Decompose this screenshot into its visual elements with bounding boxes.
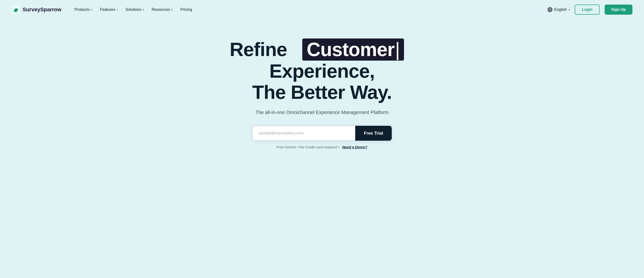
nav-pricing[interactable]: Pricing [177, 6, 196, 14]
hero-highlight-word: Customer [302, 38, 404, 60]
chevron-down-icon: ▾ [91, 8, 92, 11]
language-label: English [554, 8, 567, 12]
logo-icon [12, 5, 20, 14]
chevron-down-icon: ▾ [142, 8, 144, 11]
hero-section: Refine Customer Experience, The Better W… [0, 19, 644, 164]
chevron-down-icon: ▾ [171, 8, 173, 11]
navbar: SurveySparrow Products ▾ Features ▾ Solu… [0, 0, 644, 19]
nav-right: English ▾ Login Sign Up [547, 4, 632, 15]
signup-button[interactable]: Sign Up [604, 4, 632, 15]
login-button[interactable]: Login [575, 4, 600, 15]
email-form: Free Trial [252, 126, 392, 141]
chevron-down-icon: ▾ [568, 8, 570, 11]
nav-solutions[interactable]: Solutions ▾ [122, 6, 148, 14]
hero-subtitle: The all-in-one Omnichannel Experience Ma… [256, 110, 388, 115]
language-selector[interactable]: English ▾ [547, 7, 570, 12]
nav-links: Products ▾ Features ▾ Solutions ▾ Resour… [71, 6, 196, 14]
nav-resources[interactable]: Resources ▾ [148, 6, 176, 14]
brand-name: SurveySparrow [22, 6, 61, 13]
nav-products[interactable]: Products ▾ [71, 6, 96, 14]
nav-features[interactable]: Features ▾ [97, 6, 121, 14]
hero-title: Refine Customer Experience, The Better W… [214, 38, 430, 103]
logo[interactable]: SurveySparrow [12, 5, 61, 14]
demo-link[interactable]: Need a Demo? [342, 145, 367, 149]
email-input[interactable] [252, 126, 355, 141]
chevron-down-icon: ▾ [116, 8, 118, 11]
globe-icon [547, 7, 552, 12]
svg-point-1 [14, 10, 15, 10]
nav-left: SurveySparrow Products ▾ Features ▾ Solu… [12, 5, 196, 14]
hero-meta: Free forever • No Credit card required •… [276, 145, 367, 149]
free-trial-button[interactable]: Free Trial [355, 126, 392, 141]
